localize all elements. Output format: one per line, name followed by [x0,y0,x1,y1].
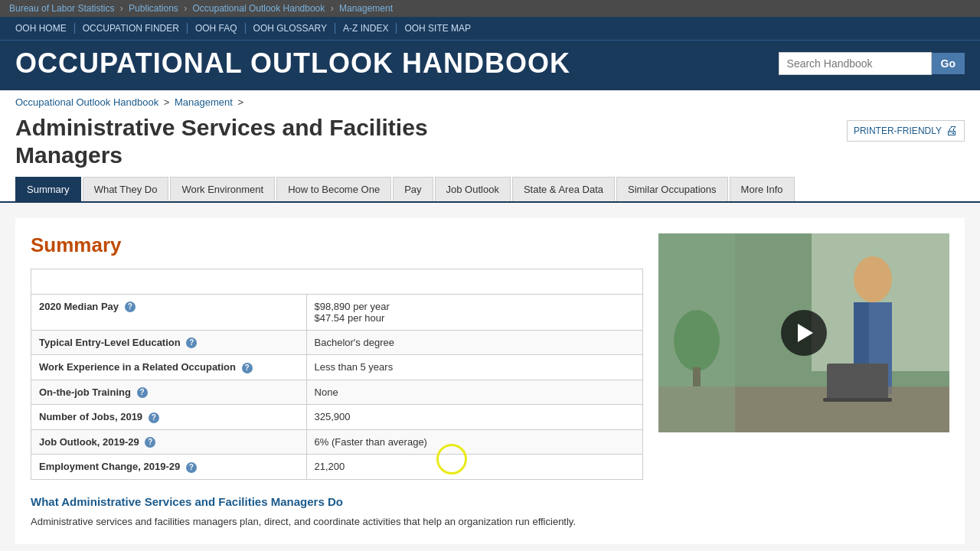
table-row: Employment Change, 2019-29 ? 21,200 [31,455,643,480]
tab-more-info[interactable]: More Info [730,177,795,201]
nav-az-index[interactable]: A-Z INDEX [335,23,397,34]
search-area: Go [779,52,965,75]
row-value-employment-change: 21,200 [306,455,642,480]
row-value-median-pay: $98,890 per year $47.54 per hour [306,294,642,330]
nav-ooh-faq[interactable]: OOH FAQ [188,23,246,34]
page-title: Administrative Services and Facilities M… [15,114,428,169]
row-value-job-outlook: 6% (Faster than average) [306,429,642,455]
tab-job-outlook[interactable]: Job Outlook [435,177,511,201]
table-row: Typical Entry-Level Education ? Bachelor… [31,330,643,355]
tab-work-environment[interactable]: Work Environment [170,177,275,201]
svg-rect-7 [823,398,892,402]
header-content: OCCUPATIONAL OUTLOOK HANDBOOK Go [0,41,980,90]
table-row: Work Experience in a Related Occupation … [31,355,643,380]
play-button[interactable] [781,310,827,356]
table-row: 2020 Median Pay ? $98,890 per year $47.5… [31,294,643,330]
publications-link[interactable]: Publications [129,3,178,14]
section-description: Administrative services and facilities m… [31,514,643,530]
tab-how-to-become-one[interactable]: How to Become One [276,177,391,201]
page-title-section: Administrative Services and Facilities M… [0,111,980,177]
svg-rect-6 [827,364,888,402]
help-icon-education[interactable]: ? [186,337,197,348]
row-value-work-experience: Less than 5 years [306,355,642,380]
row-value-education: Bachelor's degree [306,330,642,355]
nav-ooh-home[interactable]: OOH HOME [15,23,75,34]
main-content: Summary Quick Facts: Administrative Serv… [0,203,980,551]
video-thumbnail[interactable] [658,233,949,432]
table-header: Quick Facts: Administrative Services and… [31,269,643,294]
nav-ooh-site-map[interactable]: OOH SITE MAP [397,23,479,34]
site-header: OOH HOME OCCUPATION FINDER OOH FAQ OOH G… [0,17,980,90]
page-title-text: PRINTER-FRIENDLY [854,126,942,136]
svg-rect-4 [854,302,869,364]
table-row: Number of Jobs, 2019 ? 325,900 [31,405,643,430]
tab-what-they-do[interactable]: What They Do [83,177,169,201]
breadcrumb-ooh[interactable]: Occupational Outlook Handbook [15,96,158,108]
nav-ooh-glossary[interactable]: OOH GLOSSARY [246,23,335,34]
search-input[interactable] [779,52,932,75]
content-wrapper: Summary Quick Facts: Administrative Serv… [15,218,965,545]
table-row: Job Outlook, 2019-29 ? 6% (Faster than a… [31,429,643,455]
row-label-work-experience: Work Experience in a Related Occupation … [31,355,307,380]
svg-point-2 [854,256,892,302]
help-icon-median-pay[interactable]: ? [125,302,136,312]
row-label-employment-change: Employment Change, 2019-29 ? [31,455,307,480]
breadcrumb: Occupational Outlook Handbook > Manageme… [0,90,980,111]
table-row: On-the-job Training ? None [31,380,643,405]
breadcrumb-management[interactable]: Management [175,96,233,108]
help-icon-work-experience[interactable]: ? [242,363,253,373]
site-title: OCCUPATIONAL OUTLOOK HANDBOOK [15,48,570,79]
tab-pay[interactable]: Pay [393,177,433,201]
printer-friendly-link[interactable]: PRINTER-FRIENDLY 🖨 [847,120,965,142]
tab-similar-occupations[interactable]: Similar Occupations [616,177,728,201]
svg-rect-10 [658,233,735,432]
management-link[interactable]: Management [339,3,393,14]
nav-occupation-finder[interactable]: OCCUPATION FINDER [75,23,188,34]
help-icon-employment-change[interactable]: ? [186,462,197,473]
play-icon [798,324,813,342]
row-label-median-pay: 2020 Median Pay ? [31,294,307,330]
browser-breadcrumb: Bureau of Labor Statistics › Publication… [0,0,980,17]
ooh-link[interactable]: Occupational Outlook Handbook [193,3,325,14]
row-label-num-jobs: Number of Jobs, 2019 ? [31,405,307,430]
row-label-ojt: On-the-job Training ? [31,380,307,405]
nav-bar: OOH HOME OCCUPATION FINDER OOH FAQ OOH G… [0,17,980,41]
help-icon-num-jobs[interactable]: ? [149,412,159,423]
tab-state-area-data[interactable]: State & Area Data [512,177,615,201]
right-panel [658,233,949,530]
printer-icon: 🖨 [946,124,958,138]
search-button[interactable]: Go [932,53,965,74]
row-label-job-outlook: Job Outlook, 2019-29 ? [31,429,307,455]
row-value-num-jobs: 325,900 [306,405,642,430]
row-value-ojt: None [306,380,642,405]
tabs-bar: Summary What They Do Work Environment Ho… [0,177,980,203]
what-they-do-link[interactable]: What Administrative Services and Facilit… [31,495,643,508]
summary-heading: Summary [31,233,643,257]
left-panel: Summary Quick Facts: Administrative Serv… [31,233,643,530]
row-label-education: Typical Entry-Level Education ? [31,330,307,355]
help-icon-ojt[interactable]: ? [137,387,148,398]
tab-summary[interactable]: Summary [15,177,81,201]
help-icon-job-outlook[interactable]: ? [145,437,155,448]
quick-facts-table: Quick Facts: Administrative Services and… [31,269,643,480]
bls-link[interactable]: Bureau of Labor Statistics [9,3,114,14]
